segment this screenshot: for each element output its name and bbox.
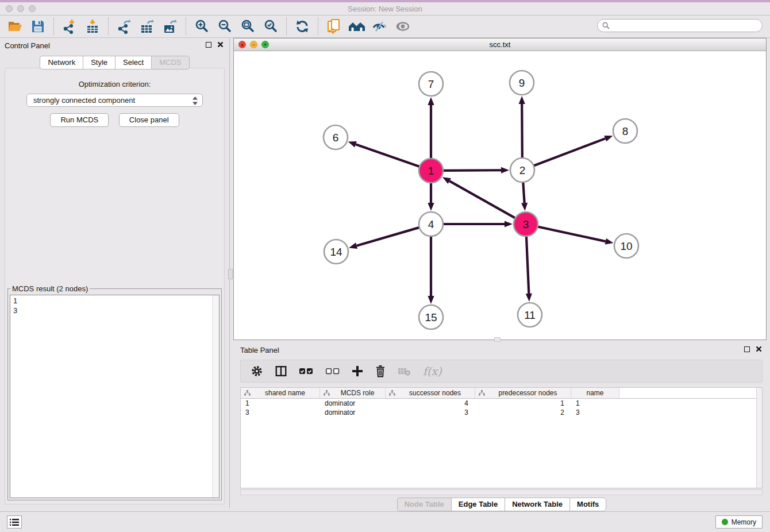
zoom-fit-button[interactable] [236, 17, 259, 36]
network-window: x − + scc.txt 7968124314101511 [233, 38, 767, 340]
zoom-selected-icon [263, 19, 278, 34]
close-panel-icon[interactable] [217, 41, 224, 48]
graph-edge-arrowhead [519, 96, 525, 104]
table-tab-node-table[interactable]: Node Table [397, 498, 451, 511]
graph-edge-arrowhead [505, 221, 513, 227]
table-cell[interactable]: 3 [386, 408, 475, 417]
column-settings-button[interactable] [251, 365, 263, 377]
control-panel-header: Control Panel [0, 38, 229, 53]
graph-edge-1-2[interactable] [443, 170, 501, 171]
task-history-button[interactable] [7, 515, 22, 529]
result-scrollbar[interactable] [212, 295, 219, 498]
column-layout-button[interactable] [275, 365, 287, 377]
network-minimize-button[interactable]: − [250, 41, 257, 48]
graph-edge-arrowhead [349, 242, 357, 249]
graph-edge-2-8[interactable] [534, 138, 606, 165]
table-tab-network-table[interactable]: Network Table [505, 498, 569, 511]
import-network-button[interactable] [58, 17, 81, 36]
app-titlebar: Session: New Session [0, 0, 770, 16]
network-canvas[interactable]: 7968124314101511 [234, 51, 766, 340]
table-cell[interactable]: 1 [475, 399, 571, 407]
column-header-name[interactable]: name [571, 388, 619, 398]
toolbar-separator [53, 18, 54, 35]
tree-icon [479, 390, 485, 396]
table-cell[interactable]: 2 [475, 408, 571, 417]
column-header-mcds-role[interactable]: MCDS role [320, 388, 386, 398]
table-cell[interactable]: 1 [241, 399, 320, 407]
graph-edge-3-10[interactable] [538, 226, 606, 241]
graph-edge-2-9[interactable] [522, 104, 522, 158]
table-tab-motifs[interactable]: Motifs [569, 498, 606, 511]
toolbar-separator [108, 18, 109, 35]
tab-select[interactable]: Select [115, 56, 151, 70]
deselect-all-rows-button[interactable] [325, 367, 340, 376]
criterion-dropdown[interactable]: strongly connected component [26, 94, 203, 107]
export-table-button[interactable] [136, 17, 159, 36]
table-cell[interactable]: 3 [241, 408, 320, 417]
search-box[interactable] [597, 19, 763, 32]
zoom-out-button[interactable] [213, 17, 236, 36]
table-cell[interactable]: dominator [320, 408, 386, 417]
refresh-button[interactable] [291, 17, 314, 36]
close-panel-button[interactable]: Close panel [119, 113, 179, 127]
graph-edge-3-1[interactable] [449, 181, 515, 218]
float-panel-icon[interactable] [206, 42, 211, 48]
column-header-label: MCDS role [330, 389, 385, 397]
select-all-rows-button[interactable] [299, 367, 314, 376]
graph-node-label: 4 [428, 218, 434, 230]
table-cell[interactable]: 3 [571, 408, 619, 417]
delete-column-button[interactable] [375, 365, 386, 377]
show-hide-panel-button[interactable] [391, 17, 414, 36]
graph-node-label: 11 [524, 309, 536, 321]
tab-style[interactable]: Style [83, 56, 115, 70]
table-panel-title: Table Panel [240, 346, 279, 354]
toolbar-separator [318, 18, 318, 35]
clone-network-button[interactable] [322, 17, 345, 36]
graph-node-label: 6 [333, 132, 339, 144]
import-table-button[interactable] [81, 17, 104, 36]
graph-edge-1-6[interactable] [356, 144, 419, 167]
table-cell[interactable]: dominator [320, 399, 386, 407]
column-header-predecessor-nodes[interactable]: predecessor nodes [475, 388, 571, 398]
delete-table-button [398, 366, 411, 376]
columns-icon [275, 365, 287, 377]
home-button[interactable] [345, 17, 368, 36]
tab-network[interactable]: Network [40, 56, 83, 70]
table-tab-edge-table[interactable]: Edge Table [451, 498, 505, 511]
search-input[interactable] [613, 21, 757, 30]
table-horizontal-scrollbar[interactable] [240, 489, 763, 495]
mcds-result-text[interactable]: 1 3 [10, 295, 220, 498]
table-cell[interactable]: 1 [571, 399, 619, 407]
run-mcds-button[interactable]: Run MCDS [50, 113, 109, 127]
table-row[interactable]: 3dominator323 [241, 408, 762, 417]
graph-edge-3-11[interactable] [526, 236, 529, 294]
tab-mcds[interactable]: MCDS [151, 56, 189, 70]
network-maximize-button[interactable]: + [261, 41, 269, 48]
add-column-button[interactable] [352, 365, 363, 377]
network-close-button[interactable]: x [238, 41, 246, 48]
table-vertical-scrollbar[interactable] [756, 388, 762, 488]
export-network-button[interactable] [113, 17, 136, 36]
table-cell[interactable]: 4 [386, 399, 475, 407]
graph-edge-4-14[interactable] [357, 228, 419, 246]
memory-label: Memory [732, 518, 756, 526]
function-builder-button: f(x) [423, 365, 442, 377]
float-table-panel-icon[interactable] [744, 346, 750, 352]
save-session-button[interactable] [26, 17, 49, 36]
zoom-selected-button[interactable] [259, 17, 282, 36]
memory-button[interactable]: Memory [715, 515, 763, 529]
vertical-splitter-grip[interactable] [228, 269, 233, 279]
column-header-shared-name[interactable]: shared name [241, 388, 320, 398]
close-table-panel-icon[interactable] [756, 346, 762, 352]
column-header-successor-nodes[interactable]: successor nodes [386, 388, 475, 398]
export-image-icon [163, 19, 178, 34]
graph-edge-2-3[interactable] [523, 182, 524, 203]
toolbar-separator [186, 18, 186, 35]
toggle-graphics-details-button[interactable] [368, 17, 391, 36]
horizontal-splitter-grip[interactable] [494, 337, 500, 342]
table-row[interactable]: 1dominator411 [241, 399, 762, 408]
open-session-button[interactable] [3, 17, 26, 36]
table-toolbar: f(x) [240, 360, 763, 383]
zoom-in-button[interactable] [190, 17, 213, 36]
export-image-button[interactable] [159, 17, 182, 36]
